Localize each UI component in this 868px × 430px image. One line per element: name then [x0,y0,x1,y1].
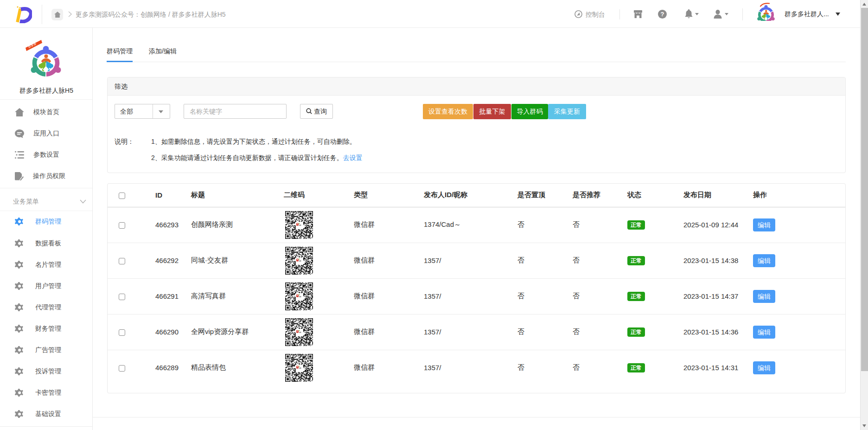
svg-text:?: ? [661,11,664,18]
